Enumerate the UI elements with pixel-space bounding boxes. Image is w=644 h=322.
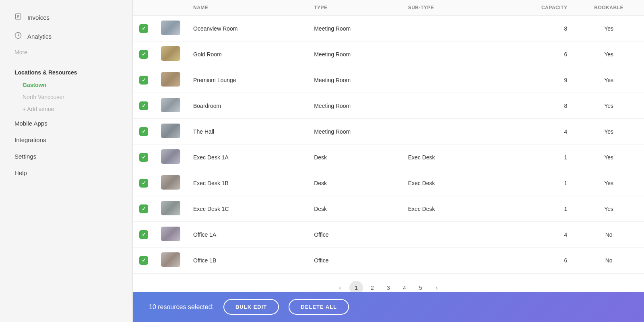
row-checkbox[interactable]: [139, 179, 148, 188]
table-row: Exec Desk 1BDeskExec Desk1Yes: [133, 170, 644, 196]
row-checkbox-cell: [133, 119, 155, 144]
row-name[interactable]: Premium Lounge: [187, 67, 308, 93]
row-name[interactable]: Exec Desk 1B: [187, 170, 308, 196]
next-page-button[interactable]: ›: [430, 281, 444, 292]
room-thumbnail: [161, 201, 180, 215]
col-header-checkbox: [133, 0, 155, 16]
row-name[interactable]: Boardroom: [187, 93, 308, 119]
row-type: Meeting Room: [308, 16, 401, 41]
sidebar-venue-gastown[interactable]: Gastown: [0, 79, 132, 91]
row-subtype: Exec Desk: [402, 196, 509, 222]
sidebar: Invoices Analytics More Locations & Reso…: [0, 0, 133, 322]
table-row: Exec Desk 1CDeskExec Desk1Yes: [133, 196, 644, 222]
row-checkbox-cell: [133, 67, 155, 93]
col-header-image: [155, 0, 187, 16]
row-name[interactable]: Exec Desk 1C: [187, 196, 308, 222]
row-thumbnail-cell: [155, 67, 187, 93]
row-thumbnail-cell: [155, 144, 187, 170]
row-checkbox[interactable]: [139, 101, 148, 110]
room-thumbnail: [161, 98, 180, 112]
row-checkbox-cell: [133, 196, 155, 222]
row-type: Meeting Room: [308, 67, 401, 93]
row-checkbox-cell: [133, 170, 155, 196]
row-checkbox-cell: [133, 41, 155, 67]
row-type: Office: [308, 248, 401, 273]
table-row: Office 1BOffice6No: [133, 248, 644, 273]
sidebar-item-integrations[interactable]: Integrations: [0, 132, 132, 148]
selected-count-text: 10 resources selected:: [149, 303, 214, 311]
room-thumbnail: [161, 72, 180, 87]
row-type: Office: [308, 222, 401, 248]
row-type: Desk: [308, 196, 401, 222]
room-thumbnail: [161, 124, 180, 138]
col-header-type: Type: [308, 0, 401, 16]
row-bookable: Yes: [574, 41, 644, 67]
page-4-button[interactable]: 4: [398, 281, 411, 292]
row-checkbox[interactable]: [139, 24, 148, 33]
bottom-action-bar: 10 resources selected: BULK EDIT DELETE …: [133, 292, 644, 322]
prev-page-button[interactable]: ‹: [333, 281, 347, 292]
sidebar-venue-north-vancouver[interactable]: North Vancouver: [0, 91, 132, 103]
row-capacity: 4: [509, 222, 574, 248]
row-thumbnail-cell: [155, 196, 187, 222]
sidebar-item-help[interactable]: Help: [0, 165, 132, 181]
row-checkbox[interactable]: [139, 153, 148, 162]
sidebar-item-mobile-apps[interactable]: Mobile Apps: [0, 115, 132, 132]
room-thumbnail: [161, 252, 180, 267]
row-bookable: Yes: [574, 16, 644, 41]
row-type: Meeting Room: [308, 119, 401, 144]
row-type: Meeting Room: [308, 93, 401, 119]
locations-section-label: Locations & Resources: [0, 62, 132, 79]
table-header: Name Type Sub-type Capacity Bookable: [133, 0, 644, 16]
row-name[interactable]: Exec Desk 1A: [187, 144, 308, 170]
row-checkbox[interactable]: [139, 50, 148, 59]
row-checkbox[interactable]: [139, 76, 148, 85]
page-2-button[interactable]: 2: [365, 281, 379, 292]
row-capacity: 1: [509, 170, 574, 196]
row-checkbox-cell: [133, 93, 155, 119]
room-thumbnail: [161, 175, 180, 190]
row-subtype: [402, 119, 509, 144]
row-name[interactable]: Oceanview Room: [187, 16, 308, 41]
row-name[interactable]: The Hall: [187, 119, 308, 144]
row-thumbnail-cell: [155, 93, 187, 119]
row-subtype: [402, 93, 509, 119]
bulk-edit-button[interactable]: BULK EDIT: [223, 299, 279, 315]
page-5-button[interactable]: 5: [414, 281, 427, 292]
table-row: Exec Desk 1ADeskExec Desk1Yes: [133, 144, 644, 170]
row-name[interactable]: Gold Room: [187, 41, 308, 67]
analytics-label: Analytics: [27, 33, 52, 40]
row-checkbox[interactable]: [139, 256, 148, 265]
sidebar-item-analytics[interactable]: Analytics: [0, 27, 132, 46]
col-header-subtype: Sub-type: [402, 0, 509, 16]
row-thumbnail-cell: [155, 119, 187, 144]
row-bookable: Yes: [574, 119, 644, 144]
sidebar-more[interactable]: More: [0, 46, 132, 62]
invoices-label: Invoices: [27, 14, 50, 21]
row-name[interactable]: Office 1A: [187, 222, 308, 248]
row-subtype: [402, 41, 509, 67]
table-row: Premium LoungeMeeting Room9Yes: [133, 67, 644, 93]
row-name[interactable]: Office 1B: [187, 248, 308, 273]
sidebar-item-settings[interactable]: Settings: [0, 148, 132, 165]
analytics-icon: [14, 32, 22, 41]
row-subtype: Exec Desk: [402, 170, 509, 196]
row-type: Desk: [308, 144, 401, 170]
row-checkbox[interactable]: [139, 204, 148, 213]
page-3-button[interactable]: 3: [382, 281, 395, 292]
row-checkbox-cell: [133, 222, 155, 248]
sidebar-item-invoices[interactable]: Invoices: [0, 8, 132, 27]
row-thumbnail-cell: [155, 248, 187, 273]
row-capacity: 6: [509, 248, 574, 273]
delete-all-button[interactable]: DELETE ALL: [289, 299, 349, 315]
row-checkbox[interactable]: [139, 127, 148, 136]
row-bookable: Yes: [574, 196, 644, 222]
row-checkbox[interactable]: [139, 230, 148, 239]
row-checkbox-cell: [133, 16, 155, 41]
page-1-button[interactable]: 1: [349, 281, 363, 292]
row-checkbox-cell: [133, 144, 155, 170]
row-subtype: [402, 16, 509, 41]
add-venue-link[interactable]: + Add venue: [0, 103, 132, 115]
row-bookable: Yes: [574, 144, 644, 170]
room-thumbnail: [161, 21, 180, 35]
